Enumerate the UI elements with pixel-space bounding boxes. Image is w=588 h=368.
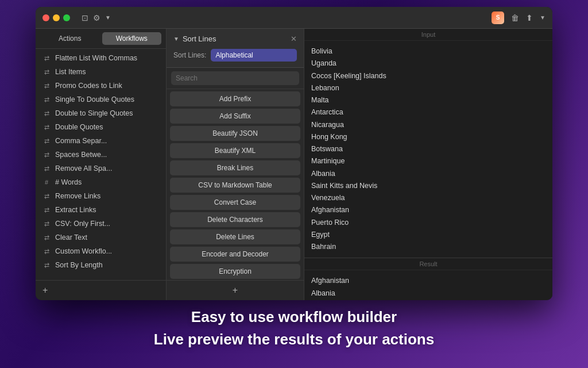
sidebar-item[interactable]: ⇄List Items [36,65,166,79]
input-line: Bolivia [311,45,546,57]
action-button[interactable]: Delete Lines [170,229,300,244]
action-button[interactable]: Break Lines [170,160,300,175]
sidebar-item-label: Double Quotes [55,123,103,131]
sidebar-item-label: Double to Single Quotes [55,109,133,117]
sidebar-item-label: Flatten List With Commas [55,54,137,62]
sidebar-item-icon: ⇄ [42,55,51,62]
sidebar-item-icon: ⇄ [42,220,51,228]
result-content[interactable]: AfghanistanAlbaniaAlgeriaAmerican SamoaA… [304,270,552,300]
sort-lines-close-icon[interactable]: ✕ [291,34,297,43]
close-button[interactable] [42,14,49,21]
sidebar: Actions Workflows ⇄Flatten List With Com… [36,29,167,300]
sidebar-item[interactable]: ⇄Sort By Length [36,258,166,272]
sidebar-footer: + [36,280,166,300]
input-line: Antarctica [311,106,546,118]
input-line: Martinique [311,155,546,167]
sidebar-item[interactable]: ⇄Clear Text [36,231,166,244]
sidebar-item[interactable]: ⇄Single To Double Quotes [36,93,166,106]
sidebar-item-icon: ⇄ [42,248,51,255]
sidebar-item[interactable]: ⇄Comma Separ... [36,134,166,148]
sidebar-item-label: Sort By Length [55,261,103,269]
sidebar-item-icon: ⇄ [42,206,51,214]
action-button[interactable]: Add Prefix [170,91,300,106]
input-line: Albania [311,168,546,180]
sidebar-item[interactable]: ⇄Custom Workflo... [36,244,166,258]
input-line: Bahrain [311,241,546,253]
sidebar-item[interactable]: ⇄Double Quotes [36,120,166,134]
result-line: Afghanistan [311,275,546,287]
action-button[interactable]: Convert Case [170,195,300,210]
sidebar-toggle-icon[interactable]: ⊡ [82,13,88,22]
actions-search [167,68,304,89]
sidebar-item-label: Custom Workflo... [55,247,112,255]
chevron-down-icon-right[interactable]: ▼ [540,14,546,21]
sidebar-item[interactable]: ⇄Remove Links [36,189,166,203]
input-line: Afghanistan [311,204,546,216]
share-icon[interactable]: ⬆ [526,13,533,22]
sort-lines-select[interactable]: Alphabetical [211,49,297,62]
input-label: Input [304,29,552,41]
sidebar-item-icon: ⇄ [42,262,51,269]
sidebar-item[interactable]: ⇄Double to Single Quotes [36,106,166,120]
center-footer: + [167,280,304,300]
sidebar-item[interactable]: ⇄Flatten List With Commas [36,51,166,65]
add-action-button[interactable]: + [233,285,238,296]
sidebar-item-icon: ⇄ [42,124,51,131]
trash-icon[interactable]: 🗑 [511,13,519,22]
traffic-lights [42,14,70,21]
sidebar-item[interactable]: ⇄Extract Links [36,203,166,217]
input-content[interactable]: BoliviaUgandaCocos [Keeling] IslandsLeba… [304,41,552,258]
title-bar-right: S 🗑 ⬆ ▼ [492,12,546,24]
input-line: Egypt [311,229,546,241]
main-content: Actions Workflows ⇄Flatten List With Com… [36,29,552,300]
minimize-button[interactable] [53,14,60,21]
title-bar-icons: ⊡ ⚙ ▼ [82,13,111,22]
tab-actions[interactable]: Actions [40,32,100,45]
action-button[interactable]: Delete Characters [170,212,300,227]
sidebar-list: ⇄Flatten List With Commas⇄List Items⇄Pro… [36,49,166,280]
sidebar-item-icon: ⇄ [42,110,51,117]
sidebar-item[interactable]: ## Words [36,175,166,189]
sidebar-item-icon: # [42,179,51,186]
sidebar-item-icon: ⇄ [42,165,51,172]
sidebar-item-icon: ⇄ [42,193,51,200]
sidebar-item[interactable]: ⇄Remove All Spa... [36,162,166,175]
right-panel: Input BoliviaUgandaCocos [Keeling] Islan… [304,29,552,300]
tab-workflows[interactable]: Workflows [102,32,162,45]
center-panel: ▼ Sort Lines ✕ Sort Lines: Alphabetical [167,29,304,300]
scriptable-icon: S [492,12,504,24]
add-workflow-button[interactable]: + [42,285,48,296]
action-button[interactable]: Encoder and Decoder [170,247,300,262]
action-button[interactable]: CSV to Markdown Table [170,178,300,193]
sidebar-item-label: # Words [55,178,82,186]
sidebar-item-label: Remove All Spa... [55,164,112,172]
input-line: Malta [311,94,546,106]
sidebar-item[interactable]: ⇄Spaces Betwe... [36,148,166,162]
sidebar-item-icon: ⇄ [42,137,51,145]
input-line: Venezuela [311,192,546,204]
result-label: Result [304,258,552,270]
input-line: Uganda [311,57,546,70]
action-button[interactable]: Beautify JSON [170,126,300,141]
actions-list: Add PrefixAdd SuffixBeautify JSONBeautif… [167,89,304,280]
sidebar-item[interactable]: ⇄Promo Codes to Link [36,79,166,93]
sidebar-item-icon: ⇄ [42,234,51,241]
settings-icon[interactable]: ⚙ [93,13,100,22]
sidebar-tabs: Actions Workflows [36,29,166,49]
input-line: Hong Kong [311,131,546,143]
sidebar-item-label: Remove Links [55,192,100,200]
input-panel: Input BoliviaUgandaCocos [Keeling] Islan… [304,29,552,258]
action-button[interactable]: Beautify XML [170,143,300,158]
chevron-down-icon[interactable]: ▼ [105,14,111,21]
actions-panel: Add PrefixAdd SuffixBeautify JSONBeautif… [167,68,304,280]
sidebar-item-label: Comma Separ... [55,137,107,145]
maximize-button[interactable] [63,14,70,21]
action-button[interactable]: Add Suffix [170,109,300,124]
input-line: Botswana [311,143,546,155]
sort-lines-title: Sort Lines [183,34,216,43]
app-window: ⊡ ⚙ ▼ S 🗑 ⬆ ▼ Actions Workflows ⇄Flatten… [36,7,552,300]
search-input[interactable] [171,71,299,85]
bottom-line-2: Live preview the results of your actions [0,328,588,351]
sidebar-item[interactable]: ⇄CSV: Only First... [36,217,166,231]
action-button[interactable]: Encryption [170,264,300,279]
